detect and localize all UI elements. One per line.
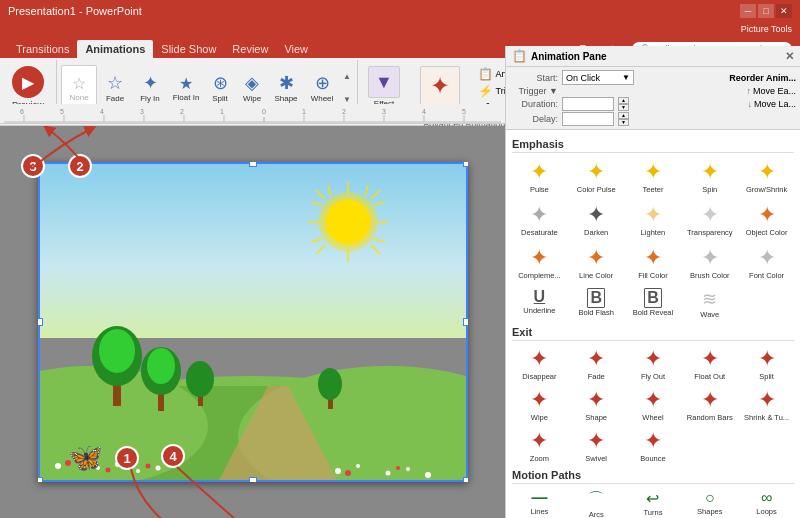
anim-arcs[interactable]: ⌒ Arcs xyxy=(569,487,624,518)
delay-down-panel[interactable]: ▼ xyxy=(618,119,629,126)
svg-line-33 xyxy=(328,185,331,196)
anim-bold-flash[interactable]: B Bold Flash xyxy=(569,285,624,322)
svg-text:3: 3 xyxy=(382,108,386,115)
svg-text:2: 2 xyxy=(342,108,346,115)
animation-shape[interactable]: ✱ Shape xyxy=(269,70,303,105)
anim-grow-shrink[interactable]: ✦ Grow/Shrink xyxy=(739,156,794,197)
delay-input-panel[interactable] xyxy=(562,112,614,126)
svg-text:1: 1 xyxy=(220,108,224,115)
duration-down-panel[interactable]: ▼ xyxy=(618,104,629,111)
anim-spin[interactable]: ✦ Spin xyxy=(682,156,737,197)
svg-point-53 xyxy=(406,467,410,471)
svg-line-31 xyxy=(371,190,380,199)
anim-disappear[interactable]: ✦ Disappear xyxy=(512,344,567,383)
move-later-panel[interactable]: ↓Move La... xyxy=(747,99,796,109)
duration-label-panel: Duration: xyxy=(510,99,558,109)
animation-wheel[interactable]: ⊕ Wheel xyxy=(305,70,339,105)
anim-pane-close[interactable]: ✕ xyxy=(785,50,794,63)
anim-desaturate[interactable]: ✦ Desaturate xyxy=(512,199,567,240)
anim-shape-exit[interactable]: ✦ Shape xyxy=(569,385,624,424)
anim-pane-title: Animation Pane xyxy=(531,51,607,62)
animation-split[interactable]: ⊛ Split xyxy=(205,70,235,105)
anim-teeter[interactable]: ✦ Teeter xyxy=(626,156,681,197)
tab-review[interactable]: Review xyxy=(224,40,276,58)
svg-line-34 xyxy=(365,185,368,196)
anim-fly-out[interactable]: ✦ Fly Out xyxy=(626,344,681,383)
anim-object-color[interactable]: ✦ Object Color xyxy=(739,199,794,240)
motion-paths-section-title: Motion Paths xyxy=(512,469,794,484)
anim-transparency[interactable]: ✦ Transparency xyxy=(682,199,737,240)
anim-lines[interactable]: — Lines xyxy=(512,487,567,518)
picture-tools-label: Picture Tools xyxy=(741,24,792,34)
svg-point-50 xyxy=(335,468,341,474)
close-button[interactable]: ✕ xyxy=(776,4,792,18)
svg-point-57 xyxy=(145,464,150,469)
start-dropdown-panel[interactable]: On Click ▼ xyxy=(562,70,634,85)
animation-wipe[interactable]: ◈ Wipe xyxy=(237,70,267,105)
anim-darken[interactable]: ✦ Darken xyxy=(569,199,624,240)
anim-fade-exit[interactable]: ✦ Fade xyxy=(569,344,624,383)
svg-point-62 xyxy=(99,329,135,373)
svg-line-32 xyxy=(316,245,325,254)
start-label-panel: Start: xyxy=(510,73,558,83)
anim-color-pulse[interactable]: ✦ Color Pulse xyxy=(569,156,624,197)
animation-fade[interactable]: ☆ Fade xyxy=(99,70,131,105)
anim-random-bars[interactable]: ✦ Random Bars xyxy=(682,385,737,424)
anim-lighten[interactable]: ✦ Lighten xyxy=(626,199,681,240)
anim-brush-color[interactable]: ✦ Brush Color xyxy=(682,242,737,283)
anim-wave[interactable]: ≋ Wave xyxy=(682,285,737,322)
svg-line-29 xyxy=(316,190,325,199)
svg-line-30 xyxy=(371,245,380,254)
svg-text:5: 5 xyxy=(60,108,64,115)
tab-view[interactable]: View xyxy=(276,40,316,58)
anim-shapes[interactable]: ○ Shapes xyxy=(682,487,737,518)
delay-up-panel[interactable]: ▲ xyxy=(618,112,629,119)
anim-pulse[interactable]: ✦ Pulse xyxy=(512,156,567,197)
svg-text:4: 4 xyxy=(100,108,104,115)
anim-split-exit[interactable]: ✦ Split xyxy=(739,344,794,383)
emphasis-section-title: Emphasis xyxy=(512,138,794,153)
anim-float-out[interactable]: ✦ Float Out xyxy=(682,344,737,383)
anim-zoom[interactable]: ✦ Zoom xyxy=(512,426,567,465)
anim-bold-reveal[interactable]: B Bold Reveal xyxy=(626,285,681,322)
svg-point-51 xyxy=(356,464,360,468)
anim-shrink-turn[interactable]: ✦ Shrink & Tu... xyxy=(739,385,794,424)
title-bar-text: Presentation1 - PowerPoint xyxy=(8,5,142,17)
svg-point-65 xyxy=(147,348,175,384)
anim-wipe-exit[interactable]: ✦ Wipe xyxy=(512,385,567,424)
maximize-button[interactable]: □ xyxy=(758,4,774,18)
callout-1: 1 xyxy=(115,446,139,470)
anim-swivel[interactable]: ✦ Swivel xyxy=(569,426,624,465)
svg-point-59 xyxy=(396,466,400,470)
animation-floatin[interactable]: ★ Float In xyxy=(169,72,203,104)
svg-point-54 xyxy=(425,472,431,478)
svg-text:5: 5 xyxy=(462,108,466,115)
callout-2: 2 xyxy=(68,154,92,178)
svg-point-69 xyxy=(318,368,342,400)
tab-slideshow[interactable]: Slide Show xyxy=(153,40,224,58)
anim-font-color[interactable]: ✦ Font Color xyxy=(739,242,794,283)
svg-point-67 xyxy=(186,361,214,397)
slide-canvas[interactable]: 🦋 xyxy=(38,162,468,482)
horizontal-ruler: 6 5 4 3 2 1 0 1 2 xyxy=(0,104,505,123)
move-earlier-panel[interactable]: ↑Move Ea... xyxy=(746,86,796,96)
anim-wheel-exit[interactable]: ✦ Wheel xyxy=(626,385,681,424)
svg-point-58 xyxy=(345,470,351,476)
svg-point-56 xyxy=(105,468,110,473)
anim-complement[interactable]: ✦ Compleme... xyxy=(512,242,567,283)
minimize-button[interactable]: ─ xyxy=(740,4,756,18)
tab-transitions[interactable]: Transitions xyxy=(8,40,77,58)
anim-fill-color[interactable]: ✦ Fill Color xyxy=(626,242,681,283)
anim-underline[interactable]: U Underline xyxy=(512,285,567,322)
anim-bounce[interactable]: ✦ Bounce xyxy=(626,426,681,465)
svg-line-38 xyxy=(374,239,385,242)
tab-animations[interactable]: Animations xyxy=(77,40,153,58)
duration-up-panel[interactable]: ▲ xyxy=(618,97,629,104)
anim-line-color[interactable]: ✦ Line Color xyxy=(569,242,624,283)
bug-character: 🦋 xyxy=(68,441,103,474)
anim-turns[interactable]: ↩ Turns xyxy=(626,487,681,518)
animation-flyin[interactable]: ✦ Fly In xyxy=(133,70,167,105)
duration-input-panel[interactable] xyxy=(562,97,614,111)
anim-loops[interactable]: ∞ Loops xyxy=(739,487,794,518)
svg-point-52 xyxy=(385,471,390,476)
